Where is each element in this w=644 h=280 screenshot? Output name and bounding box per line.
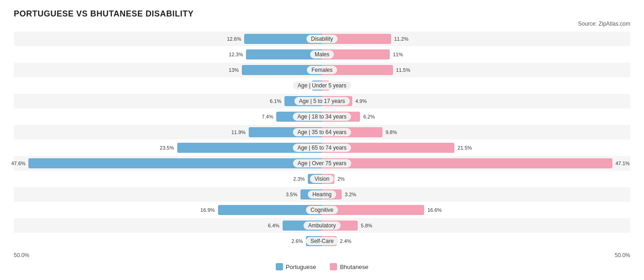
- bar-row: Cognitive16.9%16.6%: [14, 203, 630, 217]
- chart-title: PORTUGUESE VS BHUTANESE DISABILITY: [14, 9, 630, 19]
- axis-row: 50.0% 50.0%: [14, 249, 630, 260]
- value-left: 6.4%: [268, 223, 279, 228]
- value-left: 13%: [229, 67, 239, 73]
- bar-label: Age | Over 75 years: [293, 159, 351, 167]
- bar-label: Age | 5 to 17 years: [295, 97, 350, 105]
- value-right: 2.4%: [340, 238, 351, 244]
- value-right: 11%: [393, 52, 403, 57]
- value-right: 6.2%: [363, 114, 375, 119]
- value-left: 3.5%: [286, 192, 297, 197]
- bar-label: Self-Care: [306, 237, 338, 245]
- value-left: 12.3%: [229, 52, 243, 57]
- bar-row: Age | Under 5 years1.6%1.2%: [14, 78, 630, 93]
- legend-portuguese: Portuguese: [276, 263, 317, 270]
- bar-row: Vision2.3%2%: [14, 172, 630, 186]
- value-right: 47.1%: [616, 161, 630, 166]
- value-left: 23.5%: [160, 145, 174, 151]
- bar-label: Disability: [306, 35, 338, 43]
- value-left: 47.6%: [11, 161, 25, 166]
- bar-row: Age | Over 75 years47.6%47.1%: [14, 156, 630, 171]
- value-left: 12.6%: [227, 36, 241, 42]
- value-left: 6.1%: [270, 98, 281, 104]
- bar-label: Females: [307, 66, 337, 74]
- bar-row: Ambulatory6.4%5.8%: [14, 218, 630, 233]
- bar-row: Females13%11.5%: [14, 63, 630, 77]
- bar-row: Age | 5 to 17 years6.1%4.9%: [14, 94, 630, 108]
- value-right: 11.2%: [394, 36, 408, 42]
- bar-pink: [322, 158, 612, 168]
- legend: Portuguese Bhutanese: [14, 263, 630, 270]
- bar-label: Age | Under 5 years: [293, 81, 351, 90]
- bar-row: Age | 35 to 64 years11.9%9.8%: [14, 125, 630, 140]
- value-left: 2.6%: [291, 238, 303, 244]
- bar-label: Age | 35 to 64 years: [293, 128, 351, 136]
- value-left: 16.9%: [201, 207, 215, 213]
- value-left: 7.4%: [262, 114, 273, 119]
- bar-row: Age | 18 to 34 years7.4%6.2%: [14, 109, 630, 124]
- legend-bhutanese: Bhutanese: [330, 263, 368, 270]
- bar-label: Vision: [310, 175, 334, 183]
- bar-row: Males12.3%11%: [14, 47, 630, 62]
- bar-label: Age | 18 to 34 years: [293, 113, 351, 121]
- value-right: 21.5%: [458, 145, 472, 151]
- bar-row: Disability12.6%11.2%: [14, 32, 630, 46]
- bar-label: Hearing: [308, 190, 336, 199]
- value-right: 16.6%: [427, 207, 442, 213]
- value-right: 5.8%: [361, 223, 372, 228]
- bar-label: Males: [310, 50, 334, 59]
- value-right: 4.9%: [355, 98, 367, 104]
- bar-label: Age | 65 to 74 years: [293, 144, 351, 152]
- bar-blue: [28, 158, 322, 168]
- bar-row: Age | 65 to 74 years23.5%21.5%: [14, 140, 630, 155]
- value-right: 3.2%: [345, 192, 356, 197]
- bar-row: Hearing3.5%3.2%: [14, 187, 630, 202]
- source-label: Source: ZipAtlas.com: [14, 21, 630, 27]
- chart-area: Disability12.6%11.2%Males12.3%11%Females…: [14, 32, 630, 248]
- value-left: 2.3%: [293, 176, 305, 182]
- value-right: 2%: [338, 176, 345, 182]
- axis-right: 50.0%: [615, 252, 630, 258]
- value-right: 9.8%: [386, 129, 397, 135]
- bar-label: Ambulatory: [304, 221, 341, 230]
- value-right: 11.5%: [396, 67, 410, 73]
- bar-row: Self-Care2.6%2.4%: [14, 234, 630, 248]
- bar-label: Cognitive: [306, 206, 338, 214]
- legend-box-bhutanese: [330, 263, 337, 270]
- legend-box-portuguese: [276, 263, 283, 270]
- value-left: 11.9%: [231, 129, 246, 135]
- axis-left: 50.0%: [14, 252, 29, 258]
- legend-portuguese-label: Portuguese: [286, 264, 317, 270]
- legend-bhutanese-label: Bhutanese: [340, 264, 368, 270]
